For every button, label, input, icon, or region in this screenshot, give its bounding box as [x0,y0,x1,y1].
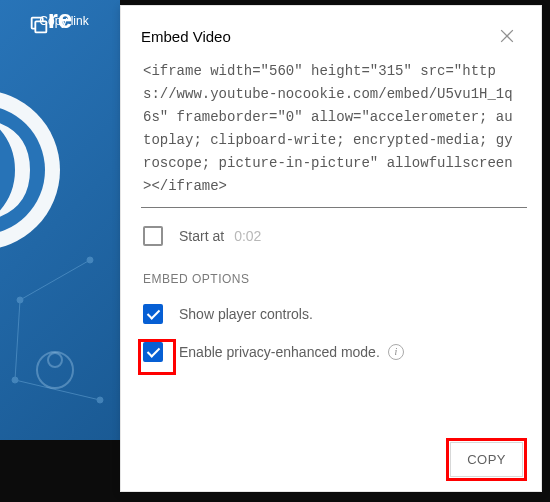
svg-point-9 [48,353,62,367]
embed-options-heading: EMBED OPTIONS [143,272,533,286]
start-at-row: Start at 0:02 [143,226,533,246]
start-at-time[interactable]: 0:02 [234,228,261,244]
start-at-label: Start at [179,228,224,244]
copy-icon [28,14,50,36]
embed-panel: Embed Video <iframe width="560" height="… [120,5,542,492]
svg-line-5 [15,380,100,400]
svg-point-8 [37,352,73,388]
start-at-checkbox[interactable] [143,226,163,246]
privacy-mode-label: Enable privacy-enhanced mode. [179,344,380,360]
svg-line-4 [20,260,90,300]
panel-footer: COPY [121,432,541,491]
info-icon[interactable]: i [388,344,404,360]
option-player-controls: Show player controls. [143,304,533,324]
copy-link-tab[interactable]: Copy link [28,14,100,28]
copy-button[interactable]: COPY [450,442,523,477]
player-controls-label: Show player controls. [179,306,313,322]
panel-title: Embed Video [141,28,493,45]
svg-line-6 [15,300,20,380]
svg-rect-10 [35,21,46,32]
privacy-mode-checkbox[interactable] [143,342,163,362]
scroll-area[interactable]: <iframe width="560" height="315" src="ht… [121,58,541,432]
embed-code[interactable]: <iframe width="560" height="315" src="ht… [141,58,527,208]
option-privacy-mode: Enable privacy-enhanced mode. i [143,342,533,362]
panel-header: Embed Video [121,6,541,58]
close-button[interactable] [493,22,521,50]
background-strip: re Copy link [0,0,120,440]
player-controls-checkbox[interactable] [143,304,163,324]
copy-button-label: COPY [467,452,506,467]
close-icon [497,26,517,46]
